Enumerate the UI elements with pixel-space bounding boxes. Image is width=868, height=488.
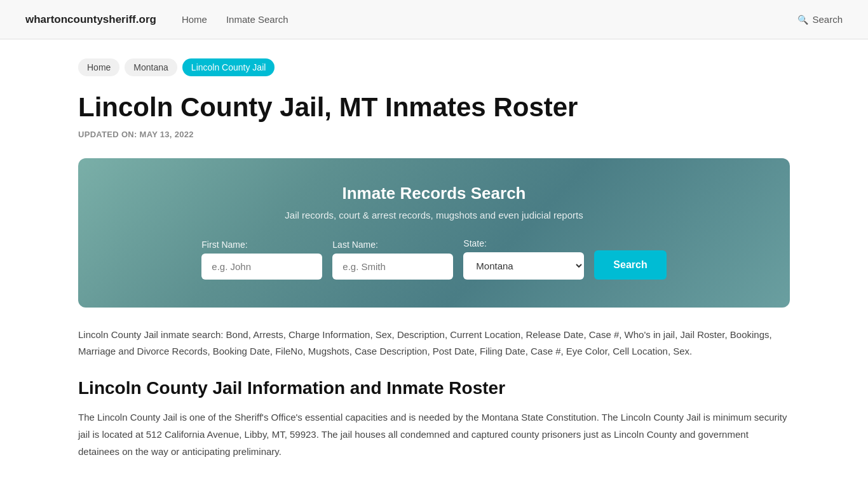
- first-name-label: First Name:: [201, 240, 322, 250]
- first-name-input[interactable]: [201, 254, 322, 280]
- search-widget-title: Inmate Records Search: [116, 184, 752, 203]
- section-heading: Lincoln County Jail Information and Inma…: [78, 378, 790, 398]
- state-select[interactable]: AlabamaAlaskaArizonaArkansasCaliforniaCo…: [463, 252, 584, 280]
- last-name-group: Last Name:: [332, 240, 453, 280]
- breadcrumb: Home Montana Lincoln County Jail: [78, 58, 790, 76]
- state-label: State:: [463, 238, 584, 248]
- navbar: whartoncountysheriff.org Home Inmate Sea…: [0, 0, 868, 39]
- last-name-label: Last Name:: [332, 240, 453, 250]
- first-name-group: First Name:: [201, 240, 322, 280]
- search-widget-subtitle: Jail records, court & arrest records, mu…: [116, 210, 752, 220]
- nav-search-label: Search: [812, 14, 843, 25]
- brand-link[interactable]: whartoncountysheriff.org: [25, 13, 156, 26]
- body-text: The Lincoln County Jail is one of the Sh…: [78, 409, 790, 460]
- search-form: First Name: Last Name: State: AlabamaAla…: [116, 238, 752, 280]
- nav-search[interactable]: 🔍 Search: [797, 14, 843, 25]
- main-content: Home Montana Lincoln County Jail Lincoln…: [53, 39, 815, 485]
- updated-on: UPDATED ON: MAY 13, 2022: [78, 130, 790, 139]
- nav-links: Home Inmate Search: [182, 14, 798, 25]
- search-widget: Inmate Records Search Jail records, cour…: [78, 158, 790, 308]
- search-button[interactable]: Search: [594, 250, 666, 280]
- search-icon: 🔍: [797, 15, 808, 25]
- state-group: State: AlabamaAlaskaArizonaArkansasCalif…: [463, 238, 584, 280]
- last-name-input[interactable]: [332, 254, 453, 280]
- nav-home[interactable]: Home: [182, 14, 207, 25]
- breadcrumb-montana[interactable]: Montana: [125, 58, 177, 76]
- breadcrumb-home[interactable]: Home: [78, 58, 119, 76]
- breadcrumb-lincoln[interactable]: Lincoln County Jail: [182, 58, 275, 76]
- description-text: Lincoln County Jail inmate search: Bond,…: [78, 327, 790, 359]
- nav-inmate-search[interactable]: Inmate Search: [226, 14, 288, 25]
- page-title: Lincoln County Jail, MT Inmates Roster: [78, 92, 790, 123]
